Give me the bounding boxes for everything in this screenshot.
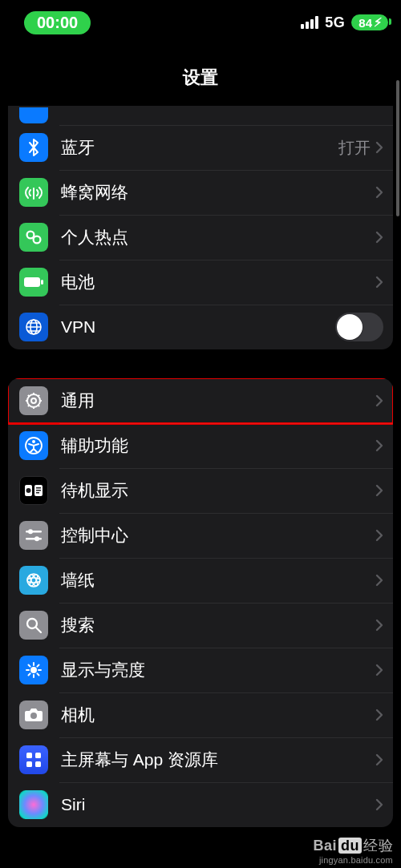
chevron-right-icon	[375, 619, 383, 632]
settings-row-wallpaper[interactable]: 墙纸	[8, 558, 393, 603]
status-bar: 00:00 5G 84⚡︎	[0, 0, 401, 45]
settings-row-hotspot[interactable]: 个人热点	[8, 215, 393, 260]
hotspot-icon	[19, 223, 48, 252]
settings-row-general[interactable]: 通用	[8, 378, 393, 423]
camera-icon	[19, 700, 48, 729]
chevron-right-icon	[375, 484, 383, 497]
wallpaper-icon	[19, 566, 48, 595]
network-label: 5G	[325, 14, 345, 31]
svg-rect-15	[36, 492, 39, 494]
settings-row-standby[interactable]: 待机显示	[8, 468, 393, 513]
chevron-right-icon	[375, 439, 383, 452]
cellular-label: 蜂窝网络	[61, 181, 128, 204]
battery-indicator: 84⚡︎	[351, 14, 388, 30]
svg-rect-28	[35, 753, 41, 758]
homescreen-label: 主屏幕与 App 资源库	[61, 749, 218, 771]
status-right: 5G 84⚡︎	[301, 14, 388, 31]
vpn-label: VPN	[61, 317, 95, 337]
svg-point-21	[27, 578, 40, 583]
settings-row-bluetooth[interactable]: 蓝牙 打开	[8, 125, 393, 170]
chevron-right-icon	[375, 186, 383, 199]
battery-icon	[19, 268, 48, 297]
settings-row-camera[interactable]: 相机	[8, 692, 393, 737]
general-label: 通用	[61, 390, 95, 412]
camera-label: 相机	[61, 704, 95, 726]
search-icon	[19, 611, 48, 640]
watermark: Baidu经验 jingyan.baidu.com	[313, 836, 393, 865]
chevron-right-icon	[375, 664, 383, 676]
settings-row-accessibility[interactable]: 辅助功能	[8, 423, 393, 468]
svg-point-9	[32, 440, 35, 443]
settings-row-clipped[interactable]	[8, 106, 393, 125]
svg-rect-27	[26, 753, 32, 758]
settings-content: 蓝牙 打开 蜂窝网络 个人热点	[0, 106, 401, 827]
settings-row-controlcenter[interactable]: 控制中心	[8, 513, 393, 558]
chevron-right-icon	[375, 231, 383, 244]
siri-icon	[19, 790, 48, 819]
wallpaper-label: 墙纸	[61, 569, 95, 591]
chevron-right-icon	[375, 753, 383, 766]
svg-point-26	[30, 713, 37, 719]
svg-rect-30	[35, 761, 41, 767]
vpn-icon	[19, 313, 48, 341]
chevron-right-icon	[375, 574, 383, 587]
siri-label: Siri	[61, 795, 85, 814]
accessibility-label: 辅助功能	[61, 434, 128, 457]
chevron-right-icon	[375, 276, 383, 289]
accessibility-icon	[19, 431, 48, 460]
standby-icon	[19, 476, 48, 505]
battery-label: 电池	[61, 271, 95, 293]
svg-rect-29	[26, 761, 32, 767]
hotspot-label: 个人热点	[61, 226, 128, 248]
svg-rect-3	[41, 280, 43, 285]
search-label: 搜索	[61, 614, 95, 636]
display-label: 显示与亮度	[61, 659, 145, 681]
svg-point-25	[30, 667, 37, 673]
cellular-icon	[19, 178, 48, 207]
signal-strength-icon	[301, 16, 318, 29]
chevron-right-icon	[375, 529, 383, 542]
settings-row-siri[interactable]: Siri	[8, 782, 393, 827]
svg-point-19	[34, 536, 39, 541]
settings-row-display[interactable]: 显示与亮度	[8, 648, 393, 692]
control-center-icon	[19, 521, 48, 550]
svg-rect-13	[36, 487, 41, 489]
gear-icon	[19, 386, 48, 415]
vpn-toggle[interactable]	[335, 313, 383, 341]
control-center-label: 控制中心	[61, 524, 128, 547]
svg-point-7	[31, 398, 36, 403]
bluetooth-icon	[19, 133, 48, 162]
home-screen-icon	[19, 745, 48, 774]
svg-point-0	[27, 232, 34, 239]
scroll-indicator	[396, 80, 399, 216]
svg-point-17	[28, 529, 33, 534]
settings-row-search[interactable]: 搜索	[8, 603, 393, 648]
page-title: 设置	[0, 45, 401, 106]
settings-group-connectivity: 蓝牙 打开 蜂窝网络 个人热点	[8, 106, 393, 349]
svg-point-12	[26, 488, 31, 493]
settings-row-vpn[interactable]: VPN	[8, 305, 393, 349]
bluetooth-value: 打开	[338, 137, 371, 159]
settings-row-cellular[interactable]: 蜂窝网络	[8, 170, 393, 215]
settings-row-battery[interactable]: 电池	[8, 260, 393, 305]
chevron-right-icon	[375, 709, 383, 721]
standby-label: 待机显示	[61, 479, 128, 502]
display-brightness-icon	[19, 656, 48, 684]
chevron-right-icon	[375, 394, 383, 407]
chevron-right-icon	[375, 798, 383, 811]
status-time-pill[interactable]: 00:00	[24, 11, 91, 34]
svg-point-1	[34, 236, 41, 244]
svg-rect-2	[24, 277, 40, 287]
chevron-right-icon	[375, 141, 383, 154]
settings-group-general: 通用 辅助功能 待机显示	[8, 378, 393, 827]
unknown-icon	[19, 107, 48, 123]
svg-rect-14	[36, 490, 41, 491]
settings-row-homescreen[interactable]: 主屏幕与 App 资源库	[8, 737, 393, 782]
bluetooth-label: 蓝牙	[61, 136, 95, 159]
